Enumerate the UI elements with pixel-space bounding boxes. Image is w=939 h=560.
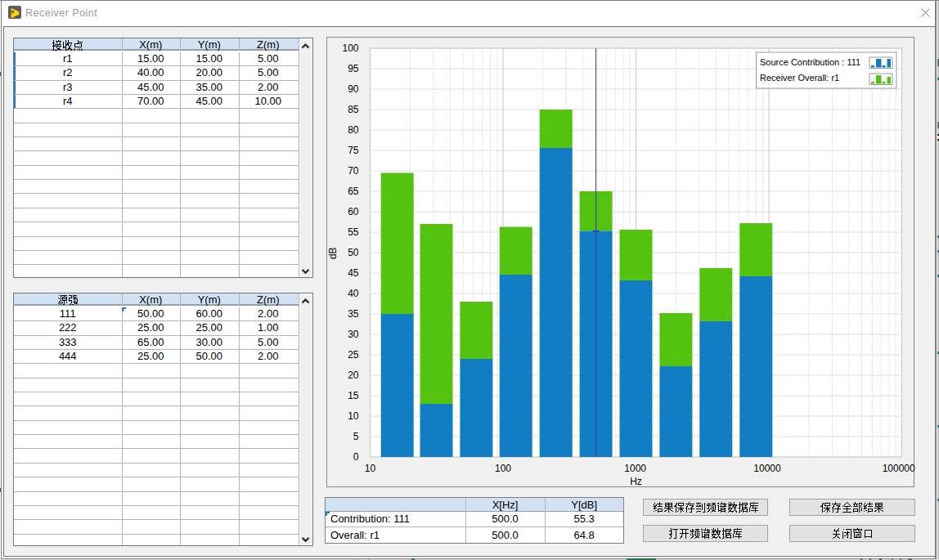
svg-text:95: 95 <box>348 63 359 74</box>
svg-text:40: 40 <box>348 288 359 299</box>
svg-text:60: 60 <box>348 206 359 217</box>
svg-text:10: 10 <box>365 463 376 474</box>
svg-text:70: 70 <box>348 165 359 177</box>
svg-text:15: 15 <box>348 390 359 401</box>
svg-text:35: 35 <box>348 308 359 320</box>
svg-text:55: 55 <box>348 226 359 238</box>
svg-text:100: 100 <box>495 463 511 474</box>
svg-text:75: 75 <box>348 145 359 156</box>
svg-text:Receiver Overall: r1: Receiver Overall: r1 <box>760 73 839 83</box>
svg-text:50: 50 <box>348 247 359 258</box>
svg-text:30: 30 <box>348 329 359 340</box>
svg-text:100: 100 <box>342 43 358 54</box>
svg-text:85: 85 <box>348 104 359 115</box>
svg-text:25: 25 <box>348 349 359 361</box>
svg-text:80: 80 <box>348 124 359 136</box>
svg-text:1000: 1000 <box>624 463 646 474</box>
svg-text:90: 90 <box>348 83 359 95</box>
svg-text:10: 10 <box>348 410 359 422</box>
svg-text:100000: 100000 <box>883 463 915 474</box>
svg-text:45: 45 <box>348 267 359 279</box>
svg-text:20: 20 <box>348 370 359 381</box>
svg-text:0: 0 <box>353 451 359 463</box>
svg-text:dB: dB <box>327 247 339 259</box>
svg-text:65: 65 <box>348 186 359 197</box>
svg-text:Hz: Hz <box>630 476 642 487</box>
svg-text:10000: 10000 <box>753 463 781 474</box>
svg-text:Source Contribution : 111: Source Contribution : 111 <box>760 57 860 67</box>
svg-text:5: 5 <box>353 431 359 442</box>
